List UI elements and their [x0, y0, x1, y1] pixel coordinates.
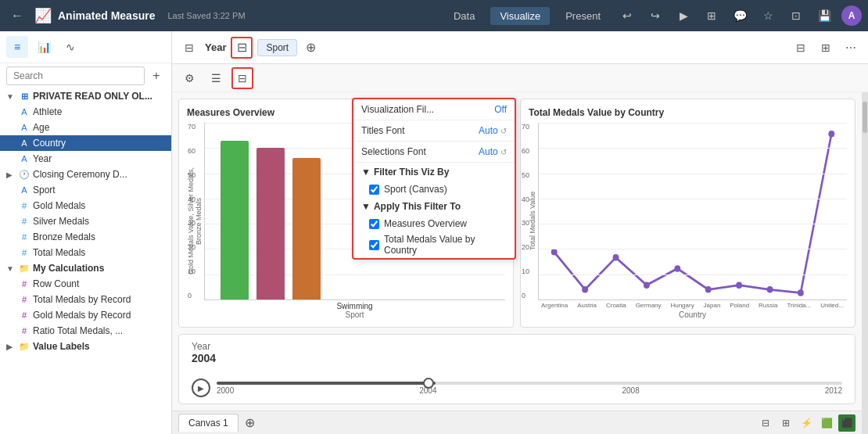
sidebar-item-label: Age — [33, 122, 49, 133]
year-value: 2004 — [192, 352, 842, 364]
my-calculations-section-header[interactable]: ▼ 📁 My Calculations — [0, 260, 171, 276]
bottom-layout-button[interactable]: ⊞ — [777, 414, 794, 432]
private-section-label: PRIVATE READ ONLY OL... — [33, 91, 152, 102]
settings-icon-btn[interactable]: ⚙ — [178, 67, 200, 89]
selections-font-value[interactable]: Auto ↺ — [479, 146, 507, 157]
play-button[interactable]: ▶ — [192, 378, 210, 397]
scroll-thumb[interactable] — [863, 102, 867, 133]
tab-visualize[interactable]: Visualize — [490, 7, 550, 25]
year-slider[interactable] — [217, 382, 842, 385]
bar-gold[interactable] — [221, 141, 249, 299]
bar-x-label: Sport — [204, 310, 505, 319]
sidebar-item-label: Bronze Medals — [33, 231, 95, 242]
scrollbar[interactable] — [862, 92, 868, 434]
bar-x-value: Swimming — [204, 302, 505, 310]
bottom-flash-button[interactable]: ⚡ — [798, 414, 815, 432]
add-filter-button[interactable]: ⊕ — [302, 39, 319, 56]
titles-font-value[interactable]: Auto ↺ — [479, 125, 507, 136]
selections-font-row: Selections Font Auto ↺ — [353, 142, 515, 163]
sidebar-item-ratio[interactable]: # Ratio Total Medals, ... — [0, 323, 171, 339]
sidebar-item-sport[interactable]: A Sport — [0, 182, 171, 198]
sport-canvas-checkbox[interactable] — [369, 185, 379, 195]
chevron-down-icon: ▼ — [361, 167, 371, 178]
svg-point-9 — [828, 131, 834, 137]
tab-present[interactable]: Present — [556, 7, 610, 25]
center-panel: ⊟ Year ⊟ Sport ⊕ ⊟ ⊞ ⋯ ⚙ ☰ ⊟ Visualizati… — [172, 31, 868, 434]
chart-title: Total Medals Value by Country — [529, 107, 847, 118]
sidebar-item-total-medals-record[interactable]: # Total Medals by Record — [0, 292, 171, 307]
user-avatar[interactable]: A — [841, 5, 862, 26]
grid-button[interactable]: ⊞ — [701, 5, 723, 27]
svg-point-8 — [798, 289, 804, 296]
viz-filter-value[interactable]: Off — [494, 104, 507, 115]
x-axis-labels: Argentina Austria Croatia Germany Hungar… — [538, 302, 847, 309]
svg-point-1 — [582, 286, 588, 292]
viz-filter-label: Visualization Fil... — [361, 104, 434, 115]
sidebar-item-year[interactable]: A Year — [0, 151, 171, 167]
filter-panel-button[interactable]: ⊟ — [231, 37, 253, 59]
bottom-grid-button[interactable]: ⊟ — [757, 414, 774, 432]
total-medals-checkbox[interactable] — [369, 240, 379, 250]
active-filter-btn[interactable]: ⊟ — [231, 67, 253, 89]
sidebar-item-row-count[interactable]: # Row Count — [0, 276, 171, 292]
sidebar-icon-chart[interactable]: 📊 — [33, 36, 55, 58]
sidebar-item-bronze-medals[interactable]: # Bronze Medals — [0, 229, 171, 245]
measures-overview-checkbox[interactable] — [369, 219, 379, 229]
apply-to-section-title: ▼ Apply This Filter To — [353, 197, 515, 216]
filter-by-sport-canvas[interactable]: Sport (Canvas) — [353, 181, 515, 197]
save-button[interactable]: 💾 — [813, 5, 835, 27]
sidebar-item-gold-medals[interactable]: # Gold Medals — [0, 198, 171, 213]
sidebar-item-gold-medals-record[interactable]: # Gold Medals by Record — [0, 307, 171, 323]
sidebar-icon-wave[interactable]: ∿ — [59, 36, 81, 58]
bar-silver[interactable] — [256, 148, 285, 299]
add-canvas-button[interactable]: ⊕ — [242, 414, 259, 432]
bottom-dark-button[interactable]: ⬛ — [838, 414, 855, 432]
sidebar-item-closing-ceremony[interactable]: ▶ 🕐 Closing Ceremony D... — [0, 167, 171, 182]
sidebar-item-label: Silver Medals — [33, 216, 89, 227]
sport-filter-chip[interactable]: Sport — [257, 39, 297, 56]
filter-right-icon[interactable]: ⊟ — [790, 37, 812, 59]
value-labels-label: Value Labels — [33, 341, 90, 352]
table-view-button[interactable]: ⊟ — [178, 37, 200, 59]
canvas-tab[interactable]: Canvas 1 — [178, 414, 239, 432]
sidebar-item-label: Gold Medals — [33, 200, 85, 211]
search-input[interactable] — [6, 66, 145, 85]
field-tree: ▼ ⊞ PRIVATE READ ONLY OL... A Athlete A … — [0, 88, 171, 434]
sidebar-item-label: Closing Ceremony D... — [33, 169, 127, 180]
expand-button[interactable]: ⊡ — [785, 5, 807, 27]
sidebar-item-total-medals[interactable]: # Total Medals — [0, 245, 171, 260]
sidebar-item-athlete[interactable]: A Athlete — [0, 104, 171, 120]
back-button[interactable]: ← — [6, 5, 28, 27]
year-label: Year — [192, 341, 842, 352]
y-axis-label-right: Total Medals Value — [529, 123, 536, 319]
sidebar-icon-layers[interactable]: ≡ — [6, 36, 28, 58]
bookmark-button[interactable]: ☆ — [757, 5, 779, 27]
last-saved: Last Saved 3:22 PM — [167, 11, 245, 20]
bottom-green-button[interactable]: 🟩 — [818, 414, 835, 432]
line-chart-svg — [539, 123, 847, 299]
field-layout-btn[interactable]: ☰ — [205, 67, 227, 89]
grid-settings-button[interactable]: ⊞ — [815, 37, 837, 59]
apply-to-measures-overview[interactable]: Measures Overview — [353, 216, 515, 231]
hash-icon: # — [19, 326, 30, 335]
comment-button[interactable]: 💬 — [729, 5, 751, 27]
hash-icon: # — [19, 232, 30, 242]
sidebar-item-label: Country — [33, 138, 66, 149]
sidebar-item-age[interactable]: A Age — [0, 120, 171, 135]
sidebar-item-label: Total Medals by Record — [33, 294, 131, 305]
bar-bronze[interactable] — [292, 158, 321, 299]
folder-icon: 📁 — [19, 342, 30, 352]
undo-button[interactable]: ↩ — [616, 5, 638, 27]
play-button[interactable]: ▶ — [673, 5, 694, 27]
sidebar-item-silver-medals[interactable]: # Silver Medals — [0, 213, 171, 229]
more-options-button[interactable]: ⋯ — [840, 37, 862, 59]
private-section-header[interactable]: ▼ ⊞ PRIVATE READ ONLY OL... — [0, 88, 171, 104]
tab-data[interactable]: Data — [444, 7, 484, 25]
apply-to-total-medals[interactable]: Total Medals Value by Country — [353, 231, 515, 258]
value-labels-section-header[interactable]: ▶ 📁 Value Labels — [0, 339, 171, 354]
redo-button[interactable]: ↪ — [644, 5, 666, 27]
add-field-button[interactable]: + — [148, 67, 165, 84]
hash-icon: # — [19, 217, 30, 226]
sidebar-item-country[interactable]: A Country — [0, 135, 171, 151]
left-sidebar: ≡ 📊 ∿ + ▼ ⊞ PRIVATE READ ONLY OL... A At… — [0, 31, 172, 434]
